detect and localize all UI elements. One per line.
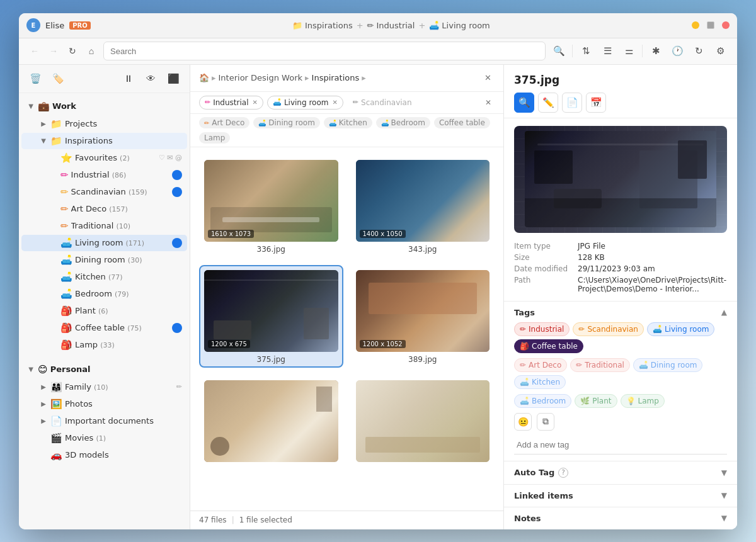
notes-collapse-icon[interactable]: ▼ (721, 514, 727, 522)
list-view-button[interactable]: ☰ (598, 42, 617, 60)
sidebar-item-coffee-table[interactable]: 🎒 Coffee table (75) (21, 320, 187, 336)
traditional-label: Traditional (10) (71, 221, 182, 230)
grid-row-1: 1610 x 1073 336.jpg 1400 x 1050 (199, 155, 495, 257)
search-input[interactable] (103, 42, 546, 60)
rtag-dining-room[interactable]: 🛋️ Dining room (633, 358, 703, 372)
auto-tag-collapse-icon[interactable]: ▼ (721, 468, 727, 477)
filter-pill-dining-room[interactable]: 🛋️ Dining room (253, 117, 319, 128)
rtag-scandinavian[interactable]: ✏️ Scandinavian (573, 322, 644, 336)
grid-item-r3c1[interactable] (199, 375, 343, 469)
grid-view-button[interactable]: ⚌ (619, 42, 638, 60)
sort-button[interactable]: ⇅ (576, 42, 595, 60)
tags-row-close-button[interactable]: ✕ (482, 96, 495, 109)
home-icon-bc: 🏠 (199, 73, 209, 82)
panel-tool-edit[interactable]: ✏️ (538, 93, 558, 113)
grid-item-r3c2[interactable] (351, 375, 495, 469)
filter-pill-bedroom[interactable]: 🛋️ Bedroom (376, 117, 430, 128)
back-button[interactable]: ← (26, 43, 43, 59)
forward-button[interactable]: → (45, 43, 62, 59)
sidebar-item-3d-models[interactable]: 🚗 3D models (21, 447, 187, 463)
sidebar-item-inspirations[interactable]: ▼ 📁 Inspirations (21, 133, 187, 149)
close-button[interactable] (722, 21, 730, 29)
rtag-coffee-table[interactable]: 🎒 Coffee table (514, 339, 583, 353)
tag-copy-btn[interactable]: ⧉ (537, 413, 554, 431)
auto-tag-section[interactable]: Auto Tag ? ▼ (504, 461, 737, 484)
sidebar-item-work[interactable]: ▼ 💼 Work (21, 97, 187, 115)
sidebar-item-projects[interactable]: ▶ 📁 Projects (21, 116, 187, 132)
clock-button[interactable]: 🕐 (668, 42, 687, 60)
sidebar-item-scandinavian[interactable]: ✏️ Scandinavian (159) (21, 184, 187, 200)
sidebar-item-living-room[interactable]: 🛋️ Living room (171) (21, 235, 187, 251)
linked-items-section[interactable]: Linked items ▼ (504, 484, 737, 507)
grid-item-375[interactable]: 1200 x 675 375.jpg (199, 265, 343, 368)
sidebar-item-dining-room[interactable]: 🛋️ Dining room (30) (21, 252, 187, 268)
refresh-button[interactable]: ↻ (64, 43, 81, 59)
svg-point-0 (174, 172, 180, 178)
tag-chip-industrial[interactable]: ✏️ Industrial ✕ (199, 96, 263, 110)
rtag-bedroom[interactable]: 🛋️ Bedroom (514, 394, 571, 408)
maximize-button[interactable] (707, 21, 714, 29)
sidebar-item-industrial[interactable]: ✏️ Industrial (86) (21, 167, 187, 183)
rtag-living-room[interactable]: 🛋️ Living room (647, 322, 715, 336)
titlebar-tab-industrial[interactable]: ✏️ Industrial (367, 21, 415, 30)
sidebar-item-bedroom[interactable]: 🛋️ Bedroom (79) (21, 286, 187, 302)
help-icon[interactable]: ? (558, 468, 568, 478)
breadcrumb-inspirations[interactable]: Inspirations (312, 73, 360, 82)
sidebar-item-personal[interactable]: ▼ 😊 Personal (21, 360, 187, 378)
sidebar-item-traditional[interactable]: ✏️ Traditional (10) (21, 218, 187, 234)
history-button[interactable]: ↻ (689, 42, 708, 60)
filter-pill-coffee-table[interactable]: Coffee table (434, 117, 490, 128)
trash-icon-btn[interactable]: 🗑️ (26, 70, 44, 88)
tag-remove-btn[interactable]: 😐 (514, 413, 532, 431)
rtag-traditional[interactable]: ✏️ Traditional (570, 358, 630, 372)
panel-tool-search[interactable]: 🔍 (514, 93, 534, 113)
tag-chip-living-room[interactable]: 🛋️ Living room ✕ (267, 96, 343, 110)
tag-chip-scandinavian[interactable]: ✏️ Scandinavian (347, 96, 418, 110)
grid-item-389[interactable]: 1200 x 1052 389.jpg (351, 265, 495, 368)
chip-close-living[interactable]: ✕ (332, 99, 337, 106)
filter-pill-lamp[interactable]: Lamp (199, 132, 230, 144)
notes-section[interactable]: Notes ▼ (504, 507, 737, 529)
chevron-down-icon: ▼ (26, 102, 35, 111)
grid-item-343[interactable]: 1400 x 1050 343.jpg (351, 155, 495, 257)
rtag-kitchen[interactable]: 🛋️ Kitchen (514, 375, 566, 389)
grid-item-336[interactable]: 1610 x 1073 336.jpg (199, 155, 343, 257)
linked-items-collapse-icon[interactable]: ▼ (721, 491, 727, 500)
rtag-industrial[interactable]: ✏️ Industrial (514, 322, 570, 336)
sync-badge-industrial (172, 170, 182, 180)
titlebar-controls (692, 21, 730, 29)
sidebar-item-lamp[interactable]: 🎒 Lamp (33) (21, 337, 187, 353)
tag-icon-btn[interactable]: 🏷️ (49, 70, 67, 88)
tags-section-header[interactable]: Tags ▲ (514, 308, 727, 317)
rtag-lamp[interactable]: 💡 Lamp (621, 394, 665, 408)
rtag-plant[interactable]: 🌿 Plant (575, 394, 617, 408)
square-icon-btn[interactable]: ⬛ (164, 70, 182, 88)
breadcrumb-work[interactable]: Interior Design Work (219, 73, 303, 82)
titlebar-tab-inspirations[interactable]: 📁 Inspirations (292, 21, 353, 30)
panel-tool-doc[interactable]: 📄 (562, 93, 582, 113)
settings-button[interactable]: ⚙ (711, 42, 730, 60)
sidebar-item-kitchen[interactable]: 🛋️ Kitchen (77) (21, 269, 187, 285)
sidebar-item-important-docs[interactable]: ▶ 📄 Important documents (21, 413, 187, 429)
eye-icon-btn[interactable]: 👁 (142, 70, 159, 88)
sidebar-item-favourites[interactable]: ⭐ Favourites (2) ♡ ✉ @ (21, 150, 187, 166)
filter-pill-art-deco[interactable]: ✏️ Art Deco (199, 117, 249, 128)
search-icon-btn[interactable]: 🔍 (549, 42, 568, 60)
chip-close-industrial[interactable]: ✕ (253, 99, 258, 106)
pause-icon-btn[interactable]: ⏸ (119, 70, 137, 88)
filter-button[interactable]: ✱ (646, 42, 665, 60)
titlebar-tab-living-room[interactable]: 🛋️ Living room (429, 21, 490, 30)
panel-tool-calendar[interactable]: 📅 (586, 93, 606, 113)
browser-close-button[interactable]: ✕ (481, 71, 495, 85)
sidebar-item-movies[interactable]: 🎬 Movies (1) (21, 430, 187, 446)
tags-collapse-icon[interactable]: ▲ (721, 308, 727, 317)
add-tag-input[interactable] (514, 436, 727, 454)
sidebar-item-family[interactable]: ▶ 👨‍👩‍👧 Family (10) ✏️ (21, 379, 187, 395)
minimize-button[interactable] (692, 21, 699, 29)
sidebar-item-plant[interactable]: 🎒 Plant (6) (21, 303, 187, 319)
sidebar-item-art-deco[interactable]: ✏️ Art Deco (157) (21, 201, 187, 217)
sidebar-item-photos[interactable]: ▶ 🖼️ Photos (21, 396, 187, 412)
rtag-art-deco[interactable]: ✏️ Art Deco (514, 358, 567, 372)
filter-pill-kitchen[interactable]: 🛋️ Kitchen (324, 117, 372, 128)
home-button[interactable]: ⌂ (83, 43, 100, 59)
